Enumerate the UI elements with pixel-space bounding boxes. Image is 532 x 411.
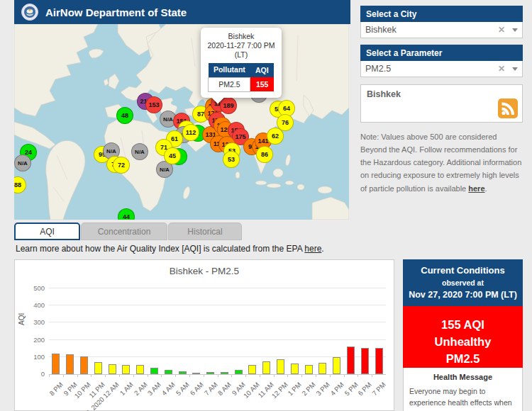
map-marker[interactable]: 72 — [113, 157, 130, 174]
tab-concentration-label: Concentration — [98, 227, 151, 237]
chart-bar[interactable] — [318, 363, 326, 374]
learn-more-text: Learn more about how the Air Quality Ind… — [16, 244, 324, 254]
chart-gridline — [49, 339, 386, 340]
chart-bar[interactable] — [361, 348, 369, 374]
map-marker[interactable]: 112 — [182, 124, 199, 141]
chart-x-tick — [260, 374, 260, 377]
chart-x-tick-label: 1 PM — [287, 381, 303, 397]
chart-bar[interactable] — [375, 348, 383, 375]
chart-bar[interactable] — [52, 354, 60, 374]
chart-x-tick — [161, 374, 162, 377]
chart-x-tick-label: 7 AM — [202, 381, 218, 397]
parameter-clear-icon[interactable]: ✕ — [498, 64, 505, 74]
chart-y-tick-label: 300 — [23, 318, 45, 326]
chart-bar[interactable] — [221, 372, 228, 374]
chart-bar[interactable] — [150, 368, 158, 374]
map-marker[interactable]: 86 — [256, 146, 273, 163]
chart-bar[interactable] — [291, 364, 299, 374]
note-here-link[interactable]: here — [468, 184, 484, 193]
chart-bar[interactable] — [305, 365, 313, 374]
map-marker[interactable]: 76 — [277, 114, 294, 131]
map-marker[interactable]: 48 — [116, 107, 133, 124]
city-chevron-down-icon[interactable] — [512, 28, 518, 32]
chart-bar[interactable] — [347, 347, 355, 374]
parameter-dropdown-value: PM2.5 — [365, 64, 498, 74]
chart-bar[interactable] — [206, 372, 214, 374]
map-marker[interactable]: 45 — [164, 147, 181, 164]
chart-x-tick — [189, 374, 190, 377]
observed-datetime: Nov 27, 2020 7:00 PM (LT) — [406, 290, 520, 300]
chart-bar[interactable] — [235, 370, 243, 374]
popup-pollutant-value: PM2.5 — [209, 77, 250, 91]
health-message-title: Health Message — [409, 373, 516, 381]
chart-x-tick — [148, 374, 148, 377]
chart-bar[interactable] — [333, 357, 340, 374]
tab-concentration[interactable]: Concentration — [81, 223, 167, 240]
chart-bar[interactable] — [277, 359, 284, 374]
world-aqi-map[interactable]: 24N/A88444821615395N/A7072N/AN/AN/A15184… — [14, 24, 349, 220]
popup-datetime: 2020-11-27 7:00 PM — [204, 41, 279, 50]
popup-table: Pollutant AQI PM2.5 155 — [208, 63, 274, 91]
aqi-chart-panel: Bishkek - PM2.5 AQI 01002003004005008 PM… — [14, 259, 394, 411]
city-clear-icon[interactable]: ✕ — [498, 25, 505, 35]
current-conditions-panel: Current Conditions observed at Nov 27, 2… — [403, 259, 523, 411]
chart-x-tick-label: 3 AM — [146, 381, 162, 397]
popup-timezone: (LT) — [204, 50, 279, 60]
chart-x-tick-label: 4 PM — [328, 381, 345, 397]
chart-bar[interactable] — [94, 362, 102, 374]
chart-bar[interactable] — [179, 371, 187, 374]
chart-bar[interactable] — [122, 365, 130, 374]
chart-x-tick — [105, 374, 106, 377]
page-title: AirNow Department of State — [45, 6, 187, 18]
map-popup: Bishkek 2020-11-27 7:00 PM (LT) Pollutan… — [201, 28, 282, 98]
current-aqi-value: 155 AQI — [406, 317, 520, 334]
learn-more-end: . — [321, 244, 323, 254]
rss-feed-icon[interactable] — [498, 98, 518, 118]
learn-more-here-link[interactable]: here — [304, 244, 321, 254]
chart-x-tick-label: 2 PM — [300, 381, 316, 397]
app-header: AirNow Department of State — [14, 0, 350, 24]
chart-x-tick-label: 6 AM — [188, 381, 204, 397]
chart-bar[interactable] — [109, 364, 116, 374]
chart-x-tick-label: 8 PM — [48, 381, 64, 397]
parameter-dropdown[interactable]: PM2.5 ✕ — [360, 61, 523, 77]
map-marker[interactable]: 53 — [223, 151, 240, 168]
chart-x-tick — [231, 374, 232, 377]
map-marker[interactable]: 153 — [145, 96, 162, 113]
chart-bar[interactable] — [248, 365, 256, 374]
chart-x-tick — [204, 374, 204, 377]
chart-bar[interactable] — [262, 361, 270, 374]
popup-city: Bishkek — [204, 32, 279, 41]
health-message-block: Health Message Everyone may begin to exp… — [403, 368, 523, 411]
chart-bar[interactable] — [192, 373, 200, 374]
chart-bar[interactable] — [136, 365, 144, 374]
chart-x-tick-label: 8 AM — [216, 381, 233, 397]
city-dropdown[interactable]: Bishkek ✕ — [360, 22, 523, 38]
map-marker[interactable]: N/A — [131, 143, 148, 160]
chart-x-tick — [91, 374, 92, 377]
map-marker[interactable]: N/A — [14, 154, 31, 171]
chart-bar[interactable] — [66, 354, 74, 374]
chart-bar[interactable] — [80, 356, 88, 374]
health-message-text: Everyone may begin to experience health … — [409, 385, 516, 411]
popup-col-pollutant: Pollutant — [209, 63, 250, 77]
chart-x-tick-label: 7 PM — [370, 381, 387, 397]
select-city-title: Select a City — [366, 9, 416, 19]
chart-y-tick-label: 500 — [23, 284, 45, 292]
chart-y-tick-label: 200 — [23, 336, 45, 344]
tab-historical-label: Historical — [187, 227, 222, 237]
tab-aqi[interactable]: AQI — [14, 223, 80, 240]
chart-bar[interactable] — [165, 370, 172, 374]
select-parameter-title: Select a Parameter — [366, 48, 442, 58]
chart-y-tick-label: 0 — [23, 370, 45, 378]
department-of-state-seal-icon — [21, 4, 38, 21]
chart-x-tick — [344, 374, 345, 377]
popup-aqi-value: 155 — [250, 77, 274, 91]
city-dropdown-value: Bishkek — [365, 25, 498, 35]
parameter-chevron-down-icon[interactable] — [512, 67, 518, 71]
tab-historical[interactable]: Historical — [168, 223, 242, 240]
map-marker[interactable]: 189 — [220, 97, 237, 114]
chart-x-tick — [245, 374, 246, 377]
chart-x-tick-label: 4 AM — [160, 381, 177, 397]
chart-x-tick — [372, 374, 372, 377]
